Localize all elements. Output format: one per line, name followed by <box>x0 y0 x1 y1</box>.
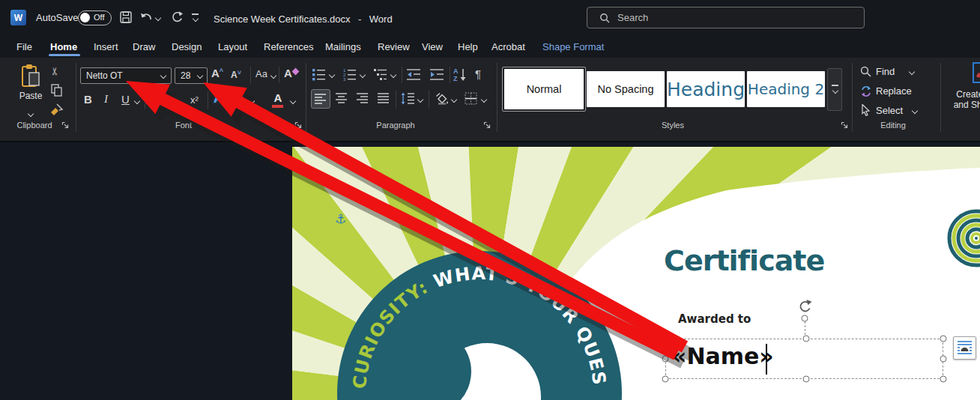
create-pdf-button[interactable]: Create PDF and Share lin <box>943 61 980 120</box>
find-button[interactable]: Find <box>860 64 935 79</box>
sort-icon[interactable]: A Z <box>453 67 468 82</box>
tab-design[interactable]: Design <box>172 41 202 52</box>
shading-icon[interactable] <box>435 92 450 106</box>
subscript-button[interactable]: x₂ <box>170 94 179 106</box>
awarded-to-label[interactable]: Awarded to <box>678 312 751 326</box>
font-name-value: Netto OT <box>86 70 123 81</box>
tab-references[interactable]: References <box>264 41 313 52</box>
change-case-button[interactable]: Aa <box>255 68 267 79</box>
word-window: W AutoSave Off Science Week Certificates… <box>0 0 980 400</box>
font-dialog-launcher-icon[interactable] <box>294 121 303 130</box>
font-color-button[interactable]: A <box>272 91 284 108</box>
tab-insert[interactable]: Insert <box>94 41 118 52</box>
text-cursor <box>766 344 767 375</box>
format-painter-icon[interactable] <box>49 103 64 117</box>
handle-mid-left[interactable] <box>662 356 669 363</box>
gallery-more-chevron-icon <box>832 88 838 94</box>
paste-dropdown-icon[interactable] <box>28 111 34 117</box>
handle-bottom-mid[interactable] <box>803 376 810 383</box>
tab-acrobat[interactable]: Acrobat <box>491 41 525 52</box>
highlight-color-button[interactable] <box>232 92 246 107</box>
select-label: Select <box>876 105 903 116</box>
tab-help[interactable]: Help <box>458 41 478 52</box>
increase-indent-icon[interactable] <box>430 68 444 81</box>
layout-options-button[interactable] <box>953 336 976 360</box>
styles-dialog-launcher-icon[interactable] <box>841 121 849 130</box>
rotate-handle[interactable] <box>802 315 808 322</box>
small-separator <box>429 91 429 109</box>
svg-text:3: 3 <box>343 77 346 81</box>
grow-font-button[interactable]: A˄ <box>211 67 223 79</box>
shrink-font-button[interactable]: A˅ <box>231 69 241 80</box>
group-separator <box>76 63 76 132</box>
italic-button[interactable]: I <box>104 93 108 106</box>
decrease-indent-icon[interactable] <box>407 68 421 81</box>
font-size-combo[interactable]: 28 <box>175 67 208 84</box>
document-page[interactable]: CURIOSITY: WHAT'S YOUR QUES ⚓ Certificat… <box>292 147 980 400</box>
handle-top-left[interactable] <box>662 336 669 342</box>
superscript-button[interactable]: x² <box>190 94 199 106</box>
line-spacing-icon[interactable] <box>401 92 415 105</box>
tab-view[interactable]: View <box>422 41 443 52</box>
handle-top-mid[interactable] <box>803 336 810 342</box>
styles-gallery-more-button[interactable] <box>827 68 842 111</box>
quick-access-more-icon[interactable] <box>192 13 199 21</box>
tab-home[interactable]: Home <box>50 41 77 52</box>
font-group-label: Font <box>175 121 192 130</box>
handle-mid-right[interactable] <box>940 356 947 363</box>
handle-bottom-right[interactable] <box>940 376 947 383</box>
create-pdf-line1: Create PDF <box>943 89 980 100</box>
tab-layout[interactable]: Layout <box>218 41 247 52</box>
numbering-icon[interactable]: 1 2 3 <box>343 68 357 81</box>
style-no-spacing[interactable]: No Spacing <box>587 71 665 107</box>
shrink-caret-icon: ˅ <box>238 69 241 76</box>
tab-review[interactable]: Review <box>378 41 410 52</box>
paragraph-dialog-launcher-icon[interactable] <box>483 121 491 130</box>
handle-top-right[interactable] <box>940 336 947 342</box>
clipboard-dialog-launcher-icon[interactable] <box>61 121 70 130</box>
style-heading2-label: Heading 2 <box>748 80 824 98</box>
create-pdf-line2: and Share lin <box>943 100 980 110</box>
tab-draw[interactable]: Draw <box>133 41 155 52</box>
pilcrow-icon[interactable]: ¶ <box>475 67 481 80</box>
find-dropdown-icon[interactable] <box>909 69 915 75</box>
align-center-icon[interactable] <box>336 93 348 103</box>
copy-icon[interactable] <box>51 84 63 97</box>
style-heading2[interactable]: Heading 2 <box>747 71 825 107</box>
underline-button[interactable]: U <box>121 93 130 106</box>
replace-button[interactable]: Replace <box>860 84 935 99</box>
multilevel-list-icon[interactable] <box>374 68 387 81</box>
merge-field-name[interactable]: «Name» <box>672 343 774 369</box>
select-dropdown-icon[interactable] <box>912 108 918 114</box>
justify-icon[interactable] <box>378 93 390 103</box>
tab-mailings[interactable]: Mailings <box>325 41 361 52</box>
paste-button[interactable]: Paste <box>10 64 51 119</box>
rotate-handle-icon[interactable] <box>797 299 812 314</box>
bullets-icon[interactable] <box>312 68 326 81</box>
undo-dropdown-icon[interactable] <box>155 15 161 21</box>
align-right-icon[interactable] <box>357 93 369 103</box>
font-name-dropdown-icon[interactable] <box>160 73 166 79</box>
redo-icon[interactable] <box>170 10 184 24</box>
align-left-button[interactable] <box>311 89 330 109</box>
select-button[interactable]: Select <box>860 103 935 118</box>
save-icon[interactable] <box>119 10 133 24</box>
search-box[interactable]: Search <box>587 7 865 28</box>
clear-formatting-button[interactable]: A <box>284 67 292 79</box>
style-heading[interactable]: Heading <box>667 71 745 107</box>
tab-shape-format[interactable]: Shape Format <box>542 41 604 52</box>
autosave-toggle[interactable]: Off <box>78 10 112 25</box>
style-normal[interactable]: Normal <box>504 69 584 109</box>
bold-button[interactable]: B <box>84 93 92 106</box>
cut-icon[interactable]: ✂ <box>49 67 61 76</box>
borders-icon[interactable] <box>465 92 478 106</box>
font-name-combo[interactable]: Netto OT <box>80 67 172 84</box>
tab-file[interactable]: File <box>16 41 32 52</box>
undo-icon[interactable] <box>139 10 153 24</box>
text-effects-button[interactable]: A <box>214 91 223 106</box>
word-logo: W <box>10 10 26 25</box>
font-size-dropdown-icon[interactable] <box>197 73 203 79</box>
certificate-heading[interactable]: Certificate <box>664 244 824 277</box>
handle-bottom-left[interactable] <box>662 376 669 383</box>
strikethrough-button[interactable]: ab <box>150 94 160 106</box>
